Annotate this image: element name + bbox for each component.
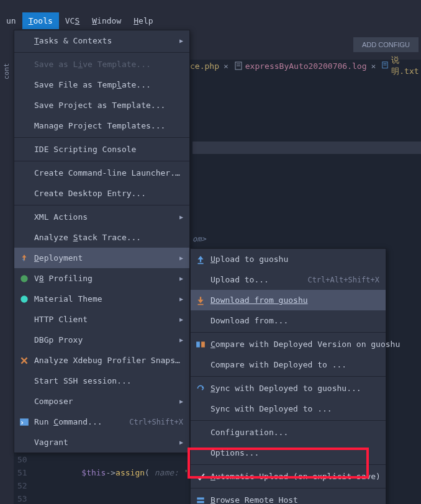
svg-rect-10 (197, 304, 203, 305)
close-icon[interactable]: × (371, 61, 376, 71)
close-icon[interactable]: × (224, 61, 229, 71)
menu-manage-project-templates[interactable]: Manage Project Templates... (14, 115, 189, 136)
menu-composer[interactable]: Composer ▶ (14, 391, 189, 412)
menu-run[interactable]: un (0, 12, 22, 29)
menu-tasks-contexts[interactable]: Tasks & Contexts ▶ (14, 30, 189, 51)
menu-http-client[interactable]: HTTP Client ▶ (14, 309, 189, 330)
menu-analyze-stack-trace[interactable]: Analyze Stack Trace... (14, 227, 189, 248)
chevron-right-icon: ▶ (179, 254, 183, 261)
chevron-right-icon: ▶ (179, 398, 183, 405)
menu-download-from-guoshu[interactable]: Download from guoshu (191, 290, 386, 310)
svg-rect-13 (197, 497, 204, 499)
left-toolwindow-edge: cont (0, 30, 14, 504)
svg-rect-12 (201, 341, 205, 347)
left-edge-label: cont (2, 63, 11, 80)
menu-sync-guoshu[interactable]: Sync with Deployed to guoshu... (191, 378, 386, 398)
line-number: 50 (17, 453, 27, 466)
menu-compare-to[interactable]: Compare with Deployed to ... (191, 354, 386, 375)
material-theme-icon (19, 294, 29, 304)
menu-analyze-xdebug[interactable]: Analyze Xdebug Profiler Snapshot... (14, 350, 189, 371)
menu-vcs[interactable]: VCS (59, 12, 86, 29)
chevron-right-icon: ▶ (179, 439, 183, 446)
tab-label: ce.php (190, 61, 219, 71)
menu-save-project-template[interactable]: Save Project as Template... (14, 95, 189, 115)
deployment-icon (19, 253, 29, 263)
tab-label: expressByAuto20200706.log (245, 61, 367, 71)
terminal-icon (19, 417, 29, 427)
deployment-submenu: Upload to guoshu Upload to... Ctrl+Alt+S… (190, 248, 386, 504)
menu-save-live-template[interactable]: Save as Live Template... (14, 54, 189, 74)
tab-ce-php[interactable]: ce.php × (190, 61, 229, 71)
menu-vagrant[interactable]: Vagrant ▶ (14, 432, 189, 452)
svg-rect-8 (20, 418, 29, 425)
menu-window[interactable]: Window (86, 12, 127, 29)
menu-material-theme[interactable]: Material Theme ▶ (14, 289, 189, 309)
chevron-right-icon: ▶ (179, 275, 183, 282)
line-number: 51 (17, 466, 27, 479)
download-icon (196, 295, 206, 305)
menu-configuration[interactable]: Configuration... (191, 422, 386, 443)
chevron-right-icon: ▶ (179, 336, 183, 343)
svg-rect-11 (196, 341, 200, 347)
menu-tools[interactable]: Tools (22, 12, 59, 29)
file-icon (235, 61, 242, 70)
menu-create-desktop-entry[interactable]: Create Desktop Entry... (14, 183, 189, 204)
chevron-right-icon: ▶ (179, 316, 183, 323)
menu-automatic-upload[interactable]: Automatic Upload (on explicit save) (191, 466, 386, 487)
v8-icon (19, 274, 29, 284)
chevron-right-icon: ▶ (179, 214, 183, 220)
chevron-right-icon: ▶ (179, 295, 183, 302)
svg-rect-14 (197, 501, 204, 503)
shortcut-label: Ctrl+Alt+Shift+X (307, 276, 379, 284)
menu-upload-to-guoshu[interactable]: Upload to guoshu (191, 249, 386, 269)
menu-run-command[interactable]: Run Command... Ctrl+Shift+X (14, 412, 189, 432)
chevron-right-icon: ▶ (179, 37, 183, 44)
menu-browse-remote-host[interactable]: Browse Remote Host (191, 490, 386, 504)
compare-icon (196, 340, 206, 349)
menu-compare-guoshu[interactable]: Compare with Deployed Version on guoshu (191, 334, 386, 354)
menu-ide-scripting-console[interactable]: IDE Scripting Console (14, 139, 189, 160)
menu-save-file-template[interactable]: Save File as Template... (14, 74, 189, 95)
menu-upload-to[interactable]: Upload to... Ctrl+Alt+Shift+X (191, 269, 386, 290)
line-number: 53 (17, 492, 27, 504)
svg-point-7 (20, 295, 27, 302)
tab-label: 说明.txt (391, 55, 421, 77)
menu-create-cmd-launcher[interactable]: Create Command-line Launcher... (14, 163, 189, 183)
upload-icon (196, 254, 206, 264)
menu-v8-profiling[interactable]: V8 Profiling ▶ (14, 268, 189, 289)
xdebug-icon (19, 356, 29, 366)
code-fragment-om: om> (192, 235, 206, 243)
menu-start-ssh[interactable]: Start SSH session... (14, 371, 189, 391)
editor-gutter: 50 51 52 53 (17, 453, 27, 504)
editor-tabs: ce.php × expressByAuto20200706.log × 说明.… (190, 55, 421, 77)
menu-xml-actions[interactable]: XML Actions ▶ (14, 207, 189, 227)
tools-dropdown-menu: Tasks & Contexts ▶ Save as Live Template… (14, 30, 190, 453)
tab-shuoming-txt[interactable]: 说明.txt (382, 55, 421, 77)
file-icon (382, 61, 388, 70)
svg-rect-9 (197, 263, 203, 264)
menu-options[interactable]: Options... (191, 443, 386, 463)
line-number: 52 (17, 479, 27, 492)
add-configuration-button[interactable]: ADD CONFIGU (353, 37, 419, 52)
menu-dbgp-proxy[interactable]: DBGp Proxy ▶ (14, 330, 189, 350)
check-icon (196, 472, 206, 482)
shortcut-label: Ctrl+Shift+X (129, 418, 183, 426)
menu-download-from[interactable]: Download from... (191, 310, 386, 331)
menu-help[interactable]: Help (127, 12, 159, 29)
remote-host-icon (196, 495, 206, 505)
menu-deployment[interactable]: Deployment ▶ (14, 248, 189, 268)
svg-point-6 (20, 275, 27, 282)
code-highlight-strip (192, 142, 421, 154)
sync-icon (196, 384, 206, 394)
menu-sync-to[interactable]: Sync with Deployed to ... (191, 398, 386, 419)
tab-express-log[interactable]: expressByAuto20200706.log × (235, 61, 376, 71)
